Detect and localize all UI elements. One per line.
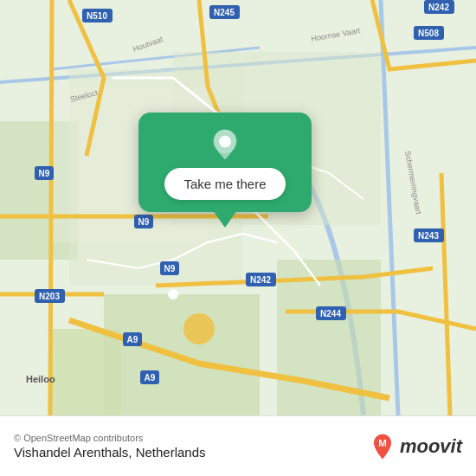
svg-point-42 bbox=[183, 313, 215, 344]
moovit-logo[interactable]: M moovit bbox=[369, 433, 462, 460]
osm-credit: © OpenStreetMap contributors bbox=[14, 433, 206, 443]
moovit-text: moovit bbox=[400, 435, 462, 458]
svg-text:M: M bbox=[378, 438, 387, 448]
svg-text:N9: N9 bbox=[39, 169, 50, 178]
svg-rect-7 bbox=[52, 329, 121, 415]
svg-text:N508: N508 bbox=[418, 29, 439, 38]
svg-text:N9: N9 bbox=[164, 264, 176, 273]
bottom-left: © OpenStreetMap contributors Vishandel A… bbox=[14, 433, 206, 460]
map-popup: Take me there bbox=[134, 113, 316, 212]
svg-text:A9: A9 bbox=[127, 335, 138, 344]
svg-text:N510: N510 bbox=[87, 11, 107, 21]
map-container: N510 N245 N242 N508 N9 N9 N9 N242 N243 N… bbox=[0, 0, 476, 415]
svg-text:N244: N244 bbox=[320, 309, 341, 318]
place-name: Vishandel Arenthals, Netherlands bbox=[14, 445, 206, 460]
svg-text:Heiloo: Heiloo bbox=[26, 374, 55, 384]
svg-point-43 bbox=[168, 289, 178, 299]
svg-text:N245: N245 bbox=[214, 8, 235, 17]
location-pin-icon bbox=[209, 128, 241, 161]
svg-text:N203: N203 bbox=[39, 292, 60, 301]
svg-text:N242: N242 bbox=[428, 3, 449, 12]
bottom-bar: © OpenStreetMap contributors Vishandel A… bbox=[0, 415, 476, 476]
moovit-icon: M bbox=[369, 433, 396, 460]
svg-text:A9: A9 bbox=[145, 373, 156, 383]
svg-text:N9: N9 bbox=[138, 217, 150, 227]
svg-text:N243: N243 bbox=[418, 231, 439, 241]
svg-point-46 bbox=[221, 137, 229, 145]
svg-text:N242: N242 bbox=[250, 275, 271, 285]
popup-bubble: Take me there bbox=[138, 113, 311, 212]
take-me-there-button[interactable]: Take me there bbox=[164, 168, 285, 200]
